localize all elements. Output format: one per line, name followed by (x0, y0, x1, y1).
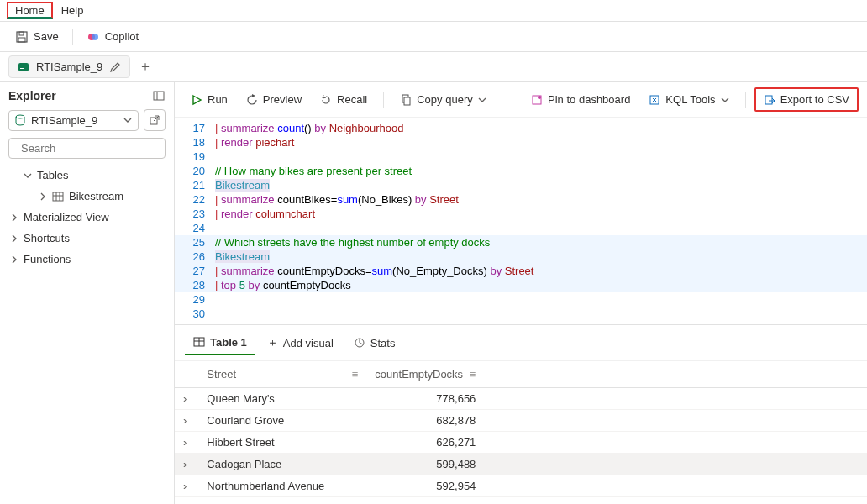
svg-rect-5 (18, 63, 29, 71)
save-label: Save (34, 30, 59, 43)
menubar: Home Help (0, 0, 867, 22)
col-count[interactable]: countEmptyDocks ≡ (366, 361, 484, 388)
stats-icon (354, 337, 365, 349)
tree-shortcuts-label: Shortcuts (24, 232, 70, 244)
plus-icon: ＋ (139, 58, 152, 76)
tree-functions[interactable]: Functions (8, 249, 166, 269)
toolbar: Save Copilot (0, 22, 867, 52)
svg-point-21 (538, 96, 541, 99)
panel-collapse-icon[interactable] (152, 89, 166, 102)
svg-rect-19 (404, 97, 410, 105)
svg-rect-23 (765, 96, 772, 104)
copilot-button[interactable]: Copilot (80, 27, 145, 47)
explorer-panel: Explorer RTISample_9 Tables (0, 82, 175, 504)
recall-label: Recall (337, 93, 367, 106)
results-panel: Table 1 ＋ Add visual Stats Street≡ (175, 324, 867, 504)
chevron-right-icon (10, 255, 18, 264)
results-tab-addvisual-label: Add visual (283, 337, 334, 349)
table-row[interactable]: ›Cadogan Place599,488 (175, 454, 867, 475)
run-label: Run (208, 93, 228, 106)
plus-icon: ＋ (267, 335, 278, 350)
table-icon (52, 191, 64, 202)
chevron-right-icon (10, 234, 18, 243)
tree-matview-label: Materialized View (24, 211, 109, 223)
db-select-row: RTISample_9 (8, 109, 166, 131)
explorer-tree: Tables Bikestream Materialized View Shor… (8, 165, 166, 269)
table-row[interactable]: ›Northumberland Avenue592,954 (175, 475, 867, 497)
copy-query-button[interactable]: Copy query (392, 89, 493, 110)
chevron-down-icon (24, 171, 32, 180)
database-icon (14, 114, 26, 126)
menu-help[interactable]: Help (53, 2, 92, 19)
table-icon (193, 336, 205, 348)
queryset-icon (18, 61, 29, 73)
search-input[interactable] (21, 142, 162, 155)
results-tab-table1-label: Table 1 (210, 336, 247, 349)
explorer-title: Explorer (8, 89, 56, 102)
results-tab-stats[interactable]: Stats (345, 332, 404, 354)
table-row[interactable]: ›Queen Mary's778,656 (175, 388, 867, 410)
chevron-down-icon (123, 115, 133, 125)
toolbar-separator (72, 29, 73, 45)
tree-bikestream[interactable]: Bikestream (8, 186, 166, 206)
file-tab-rtisample9[interactable]: RTISample_9 (8, 55, 130, 78)
svg-rect-7 (20, 68, 24, 69)
recall-icon (320, 94, 332, 106)
explorer-header: Explorer (8, 89, 166, 102)
svg-rect-2 (18, 38, 25, 42)
recall-button[interactable]: Recall (313, 89, 375, 110)
svg-rect-8 (154, 92, 164, 100)
tree-tables-label: Tables (37, 169, 69, 181)
results-header-row: Street≡ countEmptyDocks ≡ (175, 361, 867, 388)
tree-shortcuts[interactable]: Shortcuts (8, 228, 166, 248)
preview-button[interactable]: Preview (239, 89, 309, 110)
table-row[interactable]: ›Courland Grove682,878 (175, 410, 867, 432)
export-csv-button[interactable]: Export to CSV (754, 87, 859, 112)
col-street[interactable]: Street≡ (198, 361, 366, 388)
kql-tools-button[interactable]: KQL Tools (641, 89, 736, 110)
db-selector[interactable]: RTISample_9 (8, 110, 139, 131)
editor-pane: Run Preview Recall Copy query Pin to das… (175, 82, 867, 504)
tree-tables[interactable]: Tables (8, 165, 166, 185)
menu-home[interactable]: Home (7, 2, 53, 19)
save-icon (15, 30, 29, 44)
pencil-icon[interactable] (109, 61, 121, 73)
chevron-right-icon (39, 192, 47, 201)
file-tab-label: RTISample_9 (36, 60, 102, 73)
tools-icon (649, 94, 660, 106)
run-button[interactable]: Run (183, 89, 235, 110)
refresh-icon (246, 94, 258, 106)
svg-rect-6 (20, 66, 27, 66)
results-tab-table1[interactable]: Table 1 (185, 331, 255, 355)
svg-point-4 (92, 34, 98, 40)
code-editor[interactable]: 17| summarize count() by Neighbourhood 1… (175, 118, 867, 324)
action-separator (383, 92, 384, 108)
pin-icon (531, 94, 543, 106)
chevron-down-icon (721, 96, 729, 104)
svg-rect-14 (53, 192, 63, 201)
play-icon (191, 94, 202, 106)
explorer-search[interactable] (8, 138, 166, 159)
tree-materialized-view[interactable]: Materialized View (8, 207, 166, 227)
main-content: Explorer RTISample_9 Tables (0, 82, 867, 504)
pin-dashboard-button[interactable]: Pin to dashboard (523, 89, 638, 110)
tree-bikestream-label: Bikestream (69, 190, 123, 202)
tree-functions-label: Functions (24, 253, 71, 265)
kql-label: KQL Tools (665, 93, 715, 106)
open-external-button[interactable] (144, 109, 166, 131)
chevron-right-icon (10, 213, 18, 222)
copy-label: Copy query (417, 93, 472, 106)
pin-label: Pin to dashboard (548, 93, 630, 106)
preview-label: Preview (263, 93, 302, 106)
add-tab-button[interactable]: ＋ (135, 57, 155, 77)
open-external-icon (149, 114, 160, 126)
results-tab-addvisual[interactable]: ＋ Add visual (259, 330, 342, 355)
table-row[interactable]: ›Hibbert Street626,271 (175, 432, 867, 454)
chevron-down-icon (478, 96, 486, 104)
copilot-icon (87, 30, 100, 44)
save-button[interactable]: Save (8, 27, 66, 47)
db-name: RTISample_9 (31, 114, 118, 127)
copy-icon (400, 94, 412, 106)
action-separator (745, 92, 746, 108)
results-table[interactable]: Street≡ countEmptyDocks ≡ ›Queen Mary's7… (175, 361, 867, 504)
